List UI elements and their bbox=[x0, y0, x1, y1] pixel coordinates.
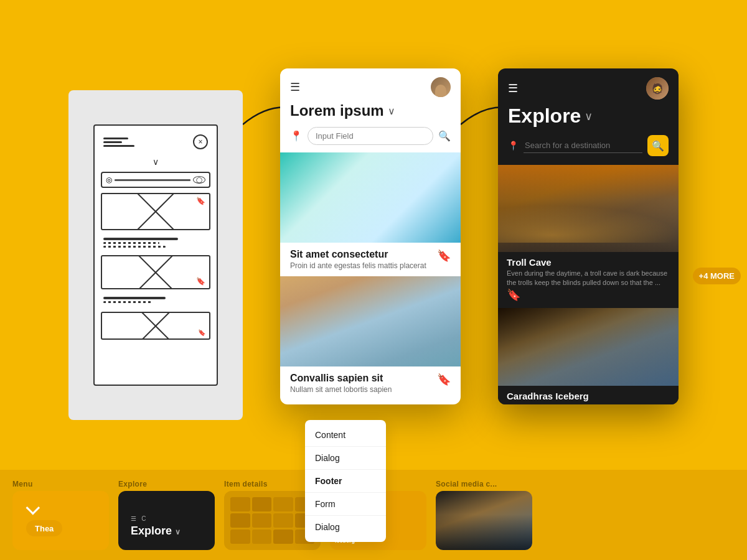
wf-hamburger-icon[interactable]: ☰ bbox=[290, 80, 300, 94]
nav-card-menu[interactable]: Thea bbox=[12, 491, 109, 550]
wf-chevron-icon[interactable]: ∨ bbox=[388, 105, 395, 117]
wf-card-image-2 bbox=[280, 276, 461, 366]
wf-title: Lorem ipsum bbox=[290, 102, 384, 119]
ep-topbar: ☰ 🧔 bbox=[498, 68, 679, 105]
main-stage: × ∨ ◎ ◯ 🔖 bbox=[0, 0, 747, 473]
wf-topbar: ☰ bbox=[280, 68, 461, 102]
wireframe-panel: ☰ Lorem ipsum ∨ 📍 🔍 Sit amet consectetu bbox=[280, 68, 461, 404]
ep-card-title-1: Troll Cave bbox=[507, 257, 670, 268]
dropdown-menu: Content Dialog Footer Form Dialog bbox=[305, 420, 386, 542]
ep-search-row: 📍 🔍 bbox=[498, 135, 679, 165]
wf-search-button[interactable]: 🔍 bbox=[438, 130, 451, 142]
dropdown-item-form[interactable]: Form bbox=[305, 493, 386, 516]
nav-label-explore: Explore bbox=[118, 480, 218, 488]
nav-card-social[interactable] bbox=[436, 491, 532, 550]
sketch-chevron-icon: ∨ bbox=[153, 157, 159, 167]
dropdown-item-dialog[interactable]: Dialog bbox=[305, 447, 386, 470]
sketch-bookmark-2: 🔖 bbox=[196, 277, 205, 286]
wf-scroll-area: Sit amet consectetur Proin id ante egest… bbox=[280, 152, 461, 404]
more-badge[interactable]: +4 MORE bbox=[693, 268, 741, 284]
ep-avatar: 🧔 bbox=[646, 77, 669, 100]
sketch-text-1 bbox=[101, 235, 210, 250]
nav-section-social: Social media c... bbox=[436, 480, 535, 550]
ep-search-button[interactable]: 🔍 bbox=[647, 135, 669, 156]
sketch-wireframe: × ∨ ◎ ◯ 🔖 bbox=[93, 124, 218, 386]
sketch-bookmark-1: 🔖 bbox=[196, 197, 205, 205]
ep-card-info-2: Caradhras Iceberg Below the snowline, Ca… bbox=[498, 386, 679, 404]
nav-explore-text: Explore ∨ bbox=[131, 525, 202, 538]
ep-hamburger-icon[interactable]: ☰ bbox=[508, 82, 518, 95]
dropdown-item-footer[interactable]: Footer bbox=[305, 470, 386, 493]
nav-section-menu: Menu Thea bbox=[12, 480, 112, 550]
wf-card-title-2: Convallis sapien sit bbox=[290, 373, 392, 384]
wf-card-title-1: Sit amet consectetur bbox=[290, 249, 426, 260]
wf-search-row: 📍 🔍 bbox=[280, 127, 461, 152]
sketch-image-1: 🔖 bbox=[101, 193, 210, 230]
sketch-close-icon: × bbox=[193, 134, 208, 149]
wf-bookmark-2[interactable]: 🔖 bbox=[437, 373, 451, 386]
ep-card-2: Caradhras Iceberg Below the snowline, Ca… bbox=[498, 308, 679, 404]
ep-card-title-2: Caradhras Iceberg bbox=[507, 391, 670, 401]
wf-card-sub-2: Nullam sit amet lobortis sapien bbox=[290, 385, 392, 394]
ep-title: Explore bbox=[508, 105, 581, 128]
wf-bookmark-1[interactable]: 🔖 bbox=[437, 249, 451, 263]
sketch-image-2: 🔖 bbox=[101, 255, 210, 289]
ep-search-input[interactable] bbox=[524, 138, 642, 153]
wf-pin-icon: 📍 bbox=[290, 130, 303, 142]
wf-title-row: Lorem ipsum ∨ bbox=[280, 102, 461, 127]
sketch-pin-icon: ◎ bbox=[106, 175, 112, 184]
nav-card-explore[interactable]: ☰ C Explore ∨ bbox=[118, 491, 215, 550]
ep-bookmark-1[interactable]: 🔖 bbox=[507, 289, 520, 301]
ep-pin-icon: 📍 bbox=[508, 141, 519, 151]
wf-card-info-1: Sit amet consectetur Proin id ante egest… bbox=[280, 243, 461, 274]
dropdown-item-dialog2[interactable]: Dialog bbox=[305, 516, 386, 538]
sketch-bookmark-3: 🔖 bbox=[198, 329, 205, 336]
dropdown-item-content[interactable]: Content bbox=[305, 424, 386, 447]
explore-panel: ☰ 🧔 Explore ∨ 📍 🔍 Troll Cave Even during bbox=[498, 68, 679, 404]
wf-card-2: Convallis sapien sit Nullam sit amet lob… bbox=[280, 276, 461, 398]
nav-section-explore: Explore ☰ C Explore ∨ bbox=[118, 480, 218, 550]
sketch-text-2 bbox=[101, 294, 210, 306]
ep-title-row: Explore ∨ bbox=[498, 105, 679, 135]
nav-label-menu: Menu bbox=[12, 480, 112, 488]
ep-card-sub-1: Even during the daytime, a troll cave is… bbox=[507, 269, 670, 288]
ep-card-image-mountains bbox=[498, 308, 679, 386]
wf-avatar bbox=[431, 77, 451, 97]
wf-card-1: Sit amet consectetur Proin id ante egest… bbox=[280, 152, 461, 274]
sketch-image-3: 🔖 bbox=[101, 312, 210, 340]
wf-search-input[interactable] bbox=[308, 127, 433, 145]
sketch-search-row: ◎ ◯ bbox=[101, 172, 210, 188]
sketch-panel: × ∨ ◎ ◯ 🔖 bbox=[68, 90, 243, 420]
wf-card-sub-1: Proin id ante egestas felis mattis place… bbox=[290, 261, 426, 270]
wf-card-image-1 bbox=[280, 152, 461, 243]
wf-card-info-2: Convallis sapien sit Nullam sit amet lob… bbox=[280, 366, 461, 398]
ep-card-sub-2: Below the snowline, Caradhras is describ… bbox=[507, 403, 670, 404]
ep-card-info-1: Troll Cave Even during the daytime, a tr… bbox=[498, 252, 679, 306]
ep-card-image-cave bbox=[498, 165, 679, 252]
ep-card-1: Troll Cave Even during the daytime, a tr… bbox=[498, 165, 679, 306]
ep-chevron-icon[interactable]: ∨ bbox=[585, 110, 593, 123]
nav-label-social: Social media c... bbox=[436, 480, 535, 488]
